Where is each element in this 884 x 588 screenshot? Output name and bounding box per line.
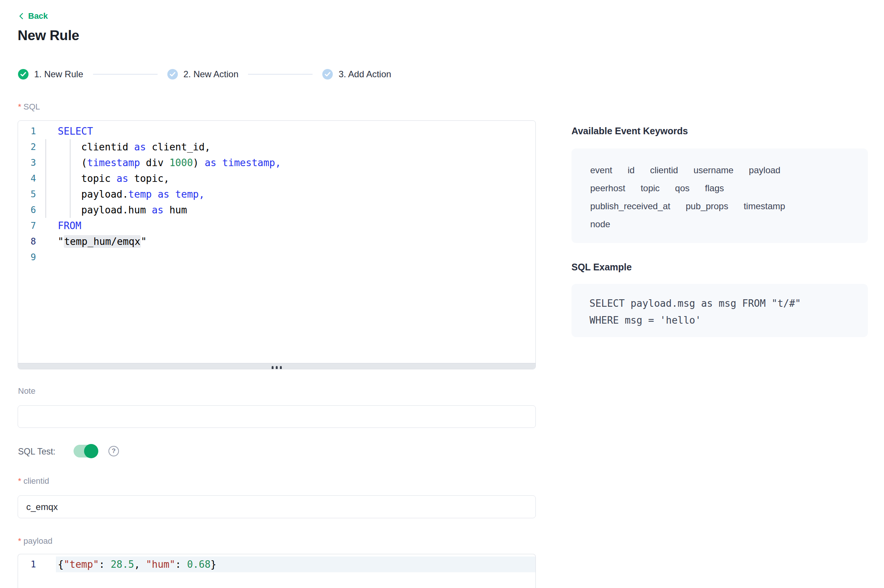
line-number: 9 bbox=[18, 249, 36, 265]
code-token: FROM bbox=[58, 220, 81, 231]
page-title: New Rule bbox=[18, 28, 79, 44]
event-keyword: publish_received_at bbox=[590, 197, 670, 215]
code-token: : bbox=[175, 559, 187, 570]
drag-dot bbox=[280, 366, 282, 370]
code-token: as bbox=[117, 173, 128, 184]
code-token: clientid bbox=[58, 141, 134, 153]
clientid-input-value: c_emqx bbox=[26, 502, 58, 512]
step-add-action[interactable]: 3. Add Action bbox=[322, 69, 391, 80]
event-keyword: peerhost bbox=[590, 179, 625, 197]
event-keyword: username bbox=[693, 161, 734, 179]
step-new-rule[interactable]: 1. New Rule bbox=[18, 69, 83, 80]
drag-dot bbox=[272, 366, 274, 370]
event-keyword: id bbox=[628, 161, 635, 179]
code-line: 9 bbox=[18, 249, 535, 265]
code-line: 6 payload.hum as hum bbox=[18, 202, 535, 218]
editor-resize-handle[interactable] bbox=[18, 363, 535, 369]
sql-test-toggle[interactable] bbox=[74, 445, 98, 458]
code-line: 4 topic as topic, bbox=[18, 171, 535, 186]
line-number: 5 bbox=[18, 186, 36, 202]
code-line-content: (timestamp div 1000) as timestamp, bbox=[58, 155, 281, 171]
note-field-label: Note bbox=[18, 386, 35, 396]
sql-code-area[interactable]: 1SELECT2 clientid as client_id,3 (timest… bbox=[18, 121, 535, 363]
code-token: topic, bbox=[128, 173, 170, 184]
code-token: 0.68 bbox=[187, 559, 210, 570]
step-new-action[interactable]: 2. New Action bbox=[167, 69, 239, 80]
keyword-row: publish_received_atpub_propstimestamp bbox=[590, 197, 853, 215]
sql-example-title: SQL Example bbox=[571, 262, 632, 273]
required-asterisk: * bbox=[18, 476, 21, 486]
code-token: ) bbox=[193, 157, 204, 168]
back-link[interactable]: Back bbox=[18, 11, 48, 21]
payload-editor[interactable]: 1{"temp": 28.5, "hum": 0.68} bbox=[18, 554, 536, 588]
event-keyword: topic bbox=[640, 179, 660, 197]
drag-dot bbox=[276, 366, 278, 370]
line-number: 6 bbox=[18, 202, 36, 218]
event-keyword: pub_props bbox=[686, 197, 728, 215]
code-line: 1SELECT bbox=[18, 123, 535, 139]
code-token bbox=[152, 189, 158, 200]
step-label: 2. New Action bbox=[183, 69, 239, 80]
code-line: 3 (timestamp div 1000) as timestamp, bbox=[18, 155, 535, 171]
required-asterisk: * bbox=[18, 102, 21, 111]
code-token: client_id, bbox=[146, 141, 210, 153]
code-token: { bbox=[58, 559, 64, 570]
step-pending-check-icon bbox=[322, 69, 333, 80]
keyword-row: peerhosttopicqosflags bbox=[590, 179, 853, 197]
event-keyword: payload bbox=[749, 161, 780, 179]
indent-guide bbox=[70, 139, 71, 218]
required-asterisk: * bbox=[18, 536, 21, 546]
code-token: " bbox=[141, 236, 147, 247]
line-number: 1 bbox=[18, 556, 36, 572]
line-number: 7 bbox=[18, 218, 36, 234]
note-input[interactable] bbox=[18, 405, 536, 428]
chevron-left-icon bbox=[18, 12, 25, 20]
keyword-row: node bbox=[590, 215, 853, 233]
step-pending-check-icon bbox=[167, 69, 178, 80]
event-keyword: timestamp bbox=[744, 197, 785, 215]
code-token: temp_hum/emqx bbox=[64, 235, 141, 248]
step-label: 1. New Rule bbox=[34, 69, 83, 80]
code-line: 1{"temp": 28.5, "hum": 0.68} bbox=[18, 556, 535, 572]
code-token: } bbox=[210, 559, 216, 570]
code-token: temp bbox=[128, 189, 152, 200]
sql-example-line: WHERE msg = 'hello' bbox=[589, 312, 868, 329]
code-line-content: SELECT bbox=[58, 123, 93, 139]
code-line-content: FROM bbox=[58, 218, 81, 234]
step-connector bbox=[93, 74, 158, 75]
code-token: "temp" bbox=[64, 559, 99, 570]
event-keyword: node bbox=[590, 215, 610, 233]
code-token: as bbox=[204, 157, 216, 168]
sql-editor[interactable]: 1SELECT2 clientid as client_id,3 (timest… bbox=[18, 120, 536, 369]
code-line: 5 payload.temp as temp, bbox=[18, 186, 535, 202]
help-icon[interactable]: ? bbox=[108, 446, 119, 456]
indent-guide bbox=[45, 139, 46, 218]
line-number: 3 bbox=[18, 155, 36, 171]
event-keyword: clientid bbox=[650, 161, 678, 179]
event-keyword: flags bbox=[705, 179, 724, 197]
line-number: 2 bbox=[18, 139, 36, 155]
clientid-field-label: *clientid bbox=[18, 476, 49, 486]
clientid-input[interactable]: c_emqx bbox=[18, 495, 536, 518]
step-label: 3. Add Action bbox=[338, 69, 391, 80]
code-line-content: clientid as client_id, bbox=[58, 139, 210, 155]
sql-example-line: SELECT payload.msg as msg FROM "t/#" bbox=[589, 295, 868, 312]
payload-field-label: *payload bbox=[18, 536, 53, 546]
event-keywords-panel: eventidclientidusernamepayloadpeerhostto… bbox=[571, 148, 868, 243]
code-line: 7FROM bbox=[18, 218, 535, 234]
code-token bbox=[169, 189, 175, 200]
code-line-content: {"temp": 28.5, "hum": 0.68} bbox=[56, 556, 535, 572]
payload-code-area[interactable]: 1{"temp": 28.5, "hum": 0.68} bbox=[18, 554, 535, 588]
code-line: 8"temp_hum/emqx" bbox=[18, 234, 535, 249]
line-number: 1 bbox=[18, 123, 36, 139]
code-token: div bbox=[140, 157, 169, 168]
code-token: " bbox=[58, 236, 64, 247]
code-token: as bbox=[152, 204, 163, 216]
code-line-content: payload.temp as temp, bbox=[58, 186, 204, 202]
code-token: payload.hum bbox=[58, 204, 152, 216]
keywords-panel-title: Available Event Keywords bbox=[571, 126, 688, 136]
code-token: as bbox=[158, 189, 169, 200]
code-line-content: topic as topic, bbox=[58, 171, 169, 186]
sql-example-panel: SELECT payload.msg as msg FROM "t/#"WHER… bbox=[571, 284, 868, 337]
stepper: 1. New Rule 2. New Action 3. Add Action bbox=[18, 68, 391, 80]
